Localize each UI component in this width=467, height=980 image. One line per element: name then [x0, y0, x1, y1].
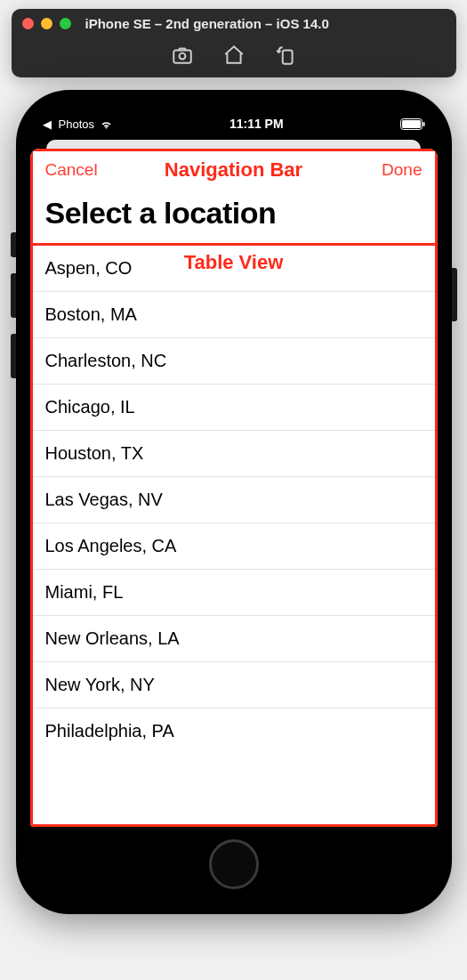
- device-right-buttons: [452, 268, 457, 321]
- table-view[interactable]: Aspen, CO Boston, MA Charleston, NC Chic…: [33, 246, 435, 754]
- navigation-bar: Cancel Navigation Bar Done: [33, 151, 435, 185]
- back-to-app-label: Photos: [59, 117, 94, 131]
- device-left-buttons: [11, 232, 16, 378]
- svg-point-1: [179, 53, 185, 60]
- mute-switch[interactable]: [11, 232, 16, 257]
- home-button[interactable]: [209, 839, 259, 889]
- simulator-window: iPhone SE – 2nd generation – iOS 14.0: [12, 9, 456, 77]
- volume-down-button[interactable]: [11, 334, 16, 378]
- table-row[interactable]: New Orleans, LA: [33, 616, 435, 662]
- table-view-region: Table View Aspen, CO Boston, MA Charlest…: [30, 243, 438, 827]
- table-row[interactable]: Philadelphia, PA: [33, 709, 435, 754]
- wifi-icon: [100, 117, 113, 131]
- volume-up-button[interactable]: [11, 273, 16, 318]
- window-close-button[interactable]: [22, 18, 34, 29]
- back-caret-icon: ◀: [43, 117, 52, 131]
- table-row[interactable]: Miami, FL: [33, 570, 435, 616]
- rotate-icon[interactable]: [274, 44, 297, 67]
- table-row[interactable]: Los Angeles, CA: [33, 523, 435, 570]
- done-button[interactable]: Done: [382, 160, 422, 180]
- cancel-button[interactable]: Cancel: [45, 160, 98, 180]
- modal-sheet: Cancel Navigation Bar Done Select a loca…: [30, 149, 438, 827]
- home-icon[interactable]: [222, 44, 246, 67]
- table-row[interactable]: Charleston, NC: [33, 338, 435, 385]
- table-row[interactable]: Boston, MA: [33, 292, 435, 338]
- window-traffic-lights: [22, 18, 71, 29]
- modal-sheet-background: [30, 138, 438, 149]
- status-bar-time: 11:11 PM: [113, 117, 400, 131]
- table-view-annotation: Table View: [184, 251, 284, 274]
- table-row[interactable]: Las Vegas, NV: [33, 477, 435, 523]
- device-screen: ◀ Photos 11:11 PM: [30, 106, 438, 827]
- svg-rect-2: [282, 51, 292, 64]
- table-row[interactable]: New York, NY: [33, 662, 435, 709]
- simulator-toolbar: [12, 38, 456, 77]
- window-minimize-button[interactable]: [41, 18, 52, 29]
- screenshot-icon[interactable]: [171, 44, 194, 67]
- svg-rect-4: [402, 120, 421, 128]
- device-frame: ◀ Photos 11:11 PM: [16, 90, 452, 914]
- status-bar-area: ◀ Photos 11:11 PM: [30, 106, 438, 138]
- table-row[interactable]: Chicago, IL: [33, 385, 435, 431]
- status-bar: ◀ Photos 11:11 PM: [30, 115, 438, 133]
- navigation-bar-region: Cancel Navigation Bar Done Select a loca…: [30, 149, 438, 243]
- status-bar-right: [400, 118, 425, 130]
- svg-rect-5: [423, 122, 424, 126]
- page-title: Select a location: [33, 185, 435, 243]
- simulator-titlebar: iPhone SE – 2nd generation – iOS 14.0: [12, 9, 456, 38]
- navigation-bar-annotation: Navigation Bar: [165, 158, 302, 182]
- power-button[interactable]: [452, 268, 457, 321]
- status-bar-left[interactable]: ◀ Photos: [43, 117, 113, 131]
- battery-icon: [400, 118, 425, 130]
- table-row[interactable]: Houston, TX: [33, 431, 435, 477]
- simulator-title: iPhone SE – 2nd generation – iOS 14.0: [78, 16, 446, 31]
- window-zoom-button[interactable]: [60, 18, 71, 29]
